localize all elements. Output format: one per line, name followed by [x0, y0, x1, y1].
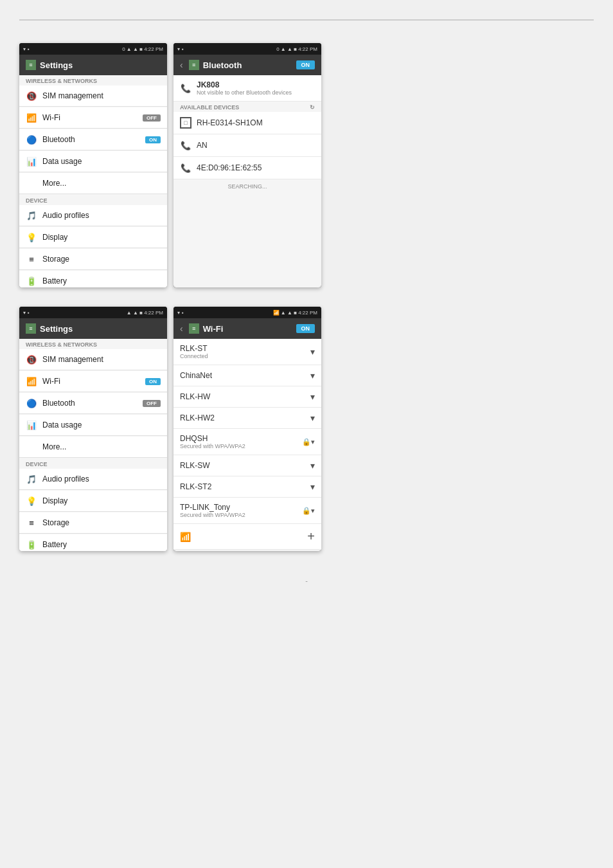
wifi-toggle[interactable]: OFF: [143, 114, 161, 122]
wifi-network-rlk-sw[interactable]: RLK-SW ▾: [173, 455, 321, 476]
rlk-st2-info: RLK-ST2: [180, 482, 211, 491]
wifi-network-rlk-st[interactable]: RLK-ST Connected ▾: [173, 339, 321, 365]
bt-device-1[interactable]: □ RH-E0314-SH1OM: [173, 112, 321, 134]
wifi-network-rlk-hw[interactable]: RLK-HW ▾: [173, 386, 321, 408]
bt-device-3-name: 4E:D0:96:1E:62:55: [197, 163, 262, 172]
bluetooth-item-bl[interactable]: 🔵 Bluetooth OFF: [19, 393, 167, 414]
battery-label: Battery: [42, 276, 161, 285]
rlk-sw-info: RLK-SW: [180, 461, 210, 470]
wifi-label: Wi-Fi: [42, 113, 138, 122]
status-bar-top-left: ▾ ▪ 0 ▲ ▲ ■ 4:22 PM: [19, 43, 167, 55]
settings-header-top-left: ≡ Settings: [19, 55, 167, 75]
header-icon-symbol-bl: ≡: [29, 325, 32, 332]
back-button[interactable]: ‹: [180, 60, 183, 70]
status-info-tr: 0 ▲ ▲ ■ 4:22 PM: [276, 46, 317, 52]
wifi-header-toggle[interactable]: ON: [296, 324, 315, 333]
wifi-add-network-row[interactable]: 📶 +: [173, 524, 321, 550]
audio-profiles-item-bl[interactable]: 🎵 Audio profiles: [19, 469, 167, 490]
rlk-hw2-signal: ▾: [310, 413, 315, 423]
sim-icon: 📵: [26, 90, 37, 102]
battery-icon: 🔋: [26, 275, 37, 287]
data-usage-item-bl[interactable]: 📊 Data usage: [19, 415, 167, 436]
dhqsh-signal: 🔒▾: [302, 438, 315, 446]
wifi-toggle-bl[interactable]: ON: [145, 378, 161, 385]
wifi-network-tplink[interactable]: TP-LINK_Tony Secured with WPA/WPA2 🔒▾: [173, 498, 321, 524]
display-item[interactable]: 💡 Display: [19, 227, 167, 248]
wifi-network-rlk-hw2[interactable]: RLK-HW2 ▾: [173, 408, 321, 429]
storage-icon-bl: ≡: [26, 517, 37, 529]
available-devices-label: AVAILABLE DEVICES ↻: [173, 102, 321, 112]
available-text: AVAILABLE DEVICES: [180, 104, 239, 111]
data-usage-item[interactable]: 📊 Data usage: [19, 151, 167, 172]
rlk-sw-signal: ▾: [310, 460, 315, 471]
data-label: Data usage: [42, 157, 161, 166]
bluetooth-toggle-bl[interactable]: OFF: [143, 400, 161, 407]
rlk-hw-info: RLK-HW: [180, 392, 210, 401]
settings-list-bottom-left: WIRELESS & NETWORKS 📵 SIM management 📶 W…: [19, 339, 167, 551]
msg-status-bl: ▪: [28, 310, 30, 316]
status-right-bl: ▲ ▲ ■ 4:22 PM: [127, 310, 163, 316]
settings-screen-wifi: ▾ ▪ ▲ ▲ ■ 4:22 PM ≡ Settings WIRELESS & …: [19, 307, 167, 551]
sim-management-item-bl[interactable]: 📵 SIM management: [19, 349, 167, 370]
wifi-back-button[interactable]: ‹: [180, 323, 183, 334]
bt-device-3[interactable]: 📞 4E:D0:96:1E:62:55: [173, 157, 321, 179]
wifi-network-chinanet[interactable]: ChinaNet ▾: [173, 365, 321, 386]
storage-item[interactable]: ≡ Storage: [19, 249, 167, 270]
wifi-detail-screen: ▾ ▪ 📶 ▲ ▲ ■ 4:22 PM ‹ ≡ Wi-Fi ON: [173, 307, 321, 551]
bt-device-2-name: AN: [197, 141, 208, 150]
display-label-bl: Display: [42, 496, 161, 505]
wifi-item-bl[interactable]: 📶 Wi-Fi ON: [19, 371, 167, 392]
dhqsh-sub: Secured with WPA/WPA2: [180, 443, 245, 449]
wifi-item-top-left[interactable]: 📶 Wi-Fi OFF: [19, 107, 167, 129]
battery-item-bl[interactable]: 🔋 Battery: [19, 534, 167, 551]
more-icon: [26, 177, 37, 189]
my-device-subtitle: Not visible to other Bluetooth devices: [197, 89, 292, 96]
wifi-add-icon[interactable]: +: [307, 529, 315, 544]
page-number: -: [19, 577, 594, 584]
bt-device-2-icon: 📞: [180, 140, 191, 151]
wifi-status-icon: ▾: [23, 46, 26, 52]
audio-label-bl: Audio profiles: [42, 475, 161, 484]
wifi-network-dhqsh[interactable]: DHQSH Secured with WPA/WPA2 🔒▾: [173, 429, 321, 455]
bluetooth-icon: 🔵: [26, 134, 37, 145]
status-bar-bottom-right: ▾ ▪ 📶 ▲ ▲ ■ 4:22 PM: [173, 307, 321, 318]
battery-item[interactable]: 🔋 Battery: [19, 271, 167, 287]
storage-item-bl[interactable]: ≡ Storage: [19, 512, 167, 534]
page-divider: [19, 19, 594, 21]
wifi-icon-symbol: ≡: [192, 325, 195, 332]
bluetooth-header: ‹ ≡ Bluetooth ON: [173, 55, 321, 75]
rlk-hw-name: RLK-HW: [180, 392, 210, 401]
searching-bar: SEARCHING...: [173, 179, 321, 194]
bluetooth-toggle[interactable]: ON: [145, 136, 161, 143]
my-device-info: JK808 Not visible to other Bluetooth dev…: [197, 80, 292, 96]
bt-icon-symbol: ≡: [192, 62, 195, 68]
sim-management-item[interactable]: 📵 SIM management: [19, 86, 167, 107]
bluetooth-detail-screen: ▾ ▪ 0 ▲ ▲ ■ 4:22 PM ‹ ≡ Bluetooth ON 📞: [173, 43, 321, 287]
refresh-icon[interactable]: ↻: [310, 104, 315, 111]
display-icon-bl: 💡: [26, 495, 37, 507]
battery-icon-bl: 🔋: [26, 539, 37, 550]
my-device-icon: 📞: [180, 82, 191, 94]
settings-header-icon-bl: ≡: [26, 323, 36, 334]
bluetooth-header-toggle[interactable]: ON: [296, 60, 315, 69]
tplink-sub: Secured with WPA/WPA2: [180, 512, 245, 518]
bluetooth-item-top-left[interactable]: 🔵 Bluetooth ON: [19, 129, 167, 150]
msg-status-br: ▪: [182, 310, 184, 316]
more-icon-bl: [26, 441, 37, 453]
wifi-header: ‹ ≡ Wi-Fi ON: [173, 318, 321, 339]
wifi-screen-title: Wi-Fi: [203, 324, 224, 334]
rlk-st-sub: Connected: [180, 353, 208, 359]
tplink-info: TP-LINK_Tony Secured with WPA/WPA2: [180, 503, 245, 518]
status-bar-top-right: ▾ ▪ 0 ▲ ▲ ■ 4:22 PM: [173, 43, 321, 55]
more-label-bl: More...: [42, 442, 161, 451]
audio-icon: 🎵: [26, 210, 37, 221]
more-item[interactable]: More...: [19, 173, 167, 194]
rlk-sw-name: RLK-SW: [180, 461, 210, 470]
more-item-bl[interactable]: More...: [19, 437, 167, 458]
audio-profiles-item[interactable]: 🎵 Audio profiles: [19, 205, 167, 226]
status-bar-bottom-left: ▾ ▪ ▲ ▲ ■ 4:22 PM: [19, 307, 167, 318]
more-label: More...: [42, 179, 161, 188]
bt-device-2[interactable]: 📞 AN: [173, 134, 321, 157]
display-item-bl[interactable]: 💡 Display: [19, 491, 167, 512]
wifi-network-rlk-st2[interactable]: RLK-ST2 ▾: [173, 476, 321, 498]
